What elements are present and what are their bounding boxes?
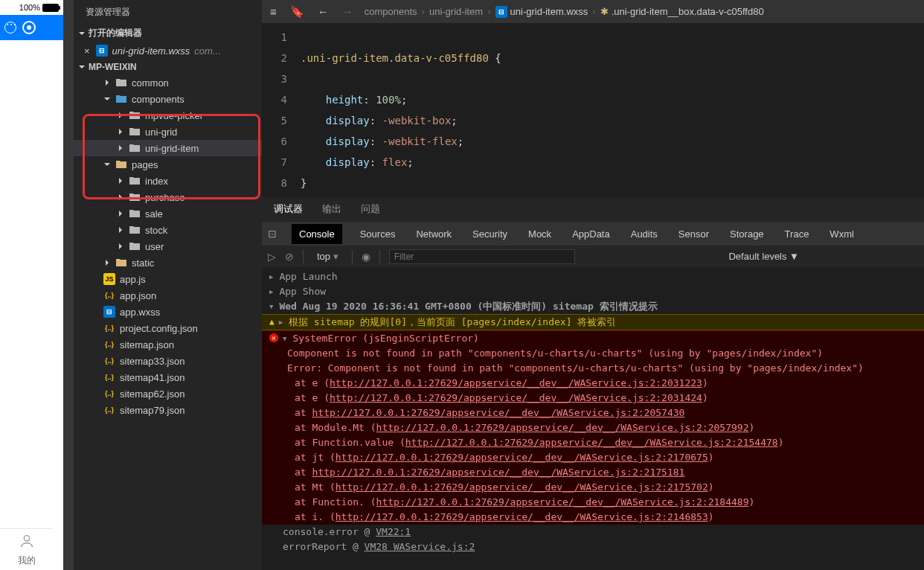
tree-file[interactable]: {..}project.config.json (74, 320, 262, 336)
wxss-file-icon: ⊟ (96, 45, 108, 57)
target-icon[interactable] (22, 21, 36, 34)
devtools-tab[interactable]: Audits (628, 224, 661, 244)
log-levels-selector[interactable]: Default levels ▼ (728, 251, 799, 262)
explorer-sidebar: 资源管理器 打开的编辑器 × ⊟ uni-grid-item.wxss com.… (74, 0, 262, 570)
panel-tabs: 调试器输出问题 (262, 196, 924, 222)
devtools-tab[interactable]: Network (413, 224, 455, 244)
tree-file[interactable]: {..}sitemap79.json (74, 402, 262, 418)
panel-tab[interactable]: 问题 (358, 196, 383, 222)
options-icon[interactable] (4, 22, 16, 33)
explorer-title: 资源管理器 (74, 0, 262, 25)
tree-file[interactable]: ⊟app.wxss (74, 304, 262, 320)
bookmark-icon[interactable]: 🔖 (288, 5, 307, 19)
devtools-tab[interactable]: Security (469, 224, 510, 244)
tree-folder[interactable]: purchase (74, 189, 262, 205)
list-icon[interactable]: ≡ (268, 5, 279, 18)
tree-file[interactable]: {..}sitemap62.json (74, 385, 262, 402)
editor-toolbar: ≡ 🔖 ← → components › uni-grid-item › ⊟un… (262, 0, 924, 24)
panel-tab[interactable]: 调试器 (271, 196, 306, 222)
svg-point-0 (24, 535, 29, 540)
devtools-tab[interactable]: Wxml (827, 224, 857, 244)
close-icon[interactable]: × (83, 45, 92, 57)
tree-folder[interactable]: index (74, 173, 262, 189)
devtools-tab[interactable]: Mock (525, 224, 554, 244)
battery-icon (42, 4, 59, 12)
tab-mine-label: 我的 (18, 554, 36, 567)
tree-file[interactable]: {..}sitemap41.json (74, 369, 262, 385)
simulator-panel: 100% 我的 (0, 0, 74, 570)
back-icon[interactable]: ← (315, 5, 331, 18)
tree-file[interactable]: JSapp.js (74, 271, 262, 287)
open-editors-header[interactable]: 打开的编辑器 (74, 25, 262, 42)
inspect-icon[interactable]: ⊡ (268, 228, 277, 240)
devtools-tab[interactable]: Sensor (676, 224, 712, 244)
clear-icon[interactable]: ⊘ (285, 251, 294, 263)
forward-icon[interactable]: → (340, 5, 356, 18)
devtools-tab[interactable]: Sources (357, 224, 399, 244)
devtools-tab[interactable]: AppData (569, 224, 613, 244)
battery-percent: 100% (19, 3, 40, 12)
tree-folder[interactable]: uni-grid-item (74, 140, 262, 156)
tree-folder[interactable]: sale (74, 205, 262, 222)
code-editor[interactable]: 12.uni-grid-item.data-v-c05ffd80 {34 hei… (262, 24, 924, 196)
console-output[interactable]: ▶App Launch▶App Show▼Wed Aug 19 2020 16:… (262, 268, 924, 570)
devtools-tab[interactable]: Console (292, 224, 342, 244)
eye-icon[interactable]: ◉ (362, 251, 370, 263)
tree-file[interactable]: {..}sitemap33.json (74, 353, 262, 369)
devtools-tabs: ⊡ ConsoleSourcesNetworkSecurityMockAppDa… (262, 222, 924, 246)
file-tree: commoncomponentsmpvue-pickeruni-griduni-… (74, 74, 262, 418)
tree-file[interactable]: {..}sitemap.json (74, 336, 262, 353)
panel-tab[interactable]: 输出 (319, 196, 344, 222)
tree-folder[interactable]: common (74, 74, 262, 91)
chevron-down-icon (78, 63, 86, 71)
console-filter-bar: ▷ ⊘ top ▾ ◉ Default levels ▼ (262, 246, 924, 268)
editor-main: ≡ 🔖 ← → components › uni-grid-item › ⊟un… (262, 0, 924, 570)
tree-file[interactable]: {..}app.json (74, 287, 262, 304)
breadcrumb[interactable]: components › uni-grid-item › ⊟uni-grid-i… (365, 6, 764, 18)
tree-folder[interactable]: mpvue-picker (74, 107, 262, 124)
chevron-down-icon (78, 30, 86, 37)
tree-folder[interactable]: pages (74, 156, 262, 173)
tree-folder[interactable]: user (74, 238, 262, 254)
context-selector[interactable]: top ▾ (312, 249, 343, 263)
devtools-tab[interactable]: Trace (782, 224, 812, 244)
devtools-tab[interactable]: Storage (727, 224, 767, 244)
tree-folder[interactable]: uni-grid (74, 124, 262, 140)
play-icon[interactable]: ▷ (268, 251, 276, 263)
person-icon[interactable] (19, 533, 35, 551)
wxss-file-icon: ⊟ (495, 6, 507, 18)
open-editor-tab[interactable]: × ⊟ uni-grid-item.wxss com... (74, 42, 262, 60)
tree-folder[interactable]: stock (74, 222, 262, 238)
tree-folder[interactable]: static (74, 254, 262, 271)
tree-folder[interactable]: components (74, 91, 262, 107)
project-header[interactable]: MP-WEIXIN (74, 60, 262, 74)
filter-input[interactable] (389, 249, 575, 264)
